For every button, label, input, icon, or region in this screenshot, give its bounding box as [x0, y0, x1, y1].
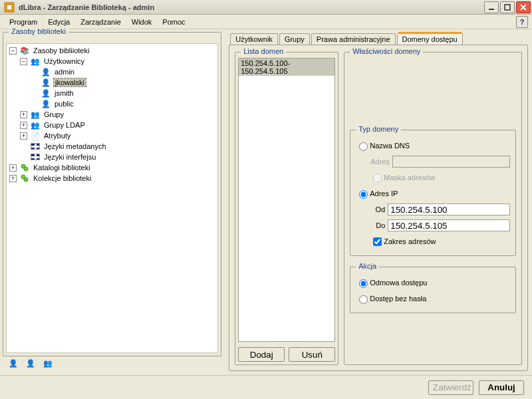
menu-edycja[interactable]: Edycja — [43, 17, 75, 27]
label-maska: Maska adresów — [384, 174, 435, 182]
collapse-icon[interactable]: − — [9, 47, 17, 55]
radio-adres-ip[interactable] — [359, 190, 368, 199]
titlebar: dLibra - Zarządzanie Biblioteką - admin — [0, 0, 532, 15]
tree-root[interactable]: − 📚 Zasoby bibliioteki — [9, 45, 217, 56]
akcja-legend: Akcja — [356, 262, 379, 270]
dodaj-button[interactable]: Dodaj — [238, 347, 285, 362]
usun-button[interactable]: Usuń — [289, 347, 335, 362]
svg-point-9 — [24, 178, 28, 182]
app-icon — [4, 2, 15, 13]
check-zakres[interactable] — [373, 237, 382, 246]
user-icon: 👤 — [41, 77, 51, 88]
menu-program[interactable]: Program — [4, 17, 43, 27]
menu-zarzadzanie[interactable]: Zarządzanie — [75, 17, 126, 27]
label-bez-hasla: Dostęp bez hasła — [370, 295, 426, 303]
tree-label: admin — [53, 68, 76, 76]
left-toolbar: 👤 👤 👥 — [3, 356, 221, 371]
input-do[interactable] — [388, 219, 510, 231]
help-icon[interactable]: ? — [516, 16, 528, 28]
tree-user-jsmith[interactable]: 👤jsmith — [31, 88, 217, 98]
flag-icon — [30, 141, 41, 152]
tree-user-public[interactable]: 👤public — [31, 98, 217, 109]
left-legend: Zasoby biblioteki — [9, 27, 68, 35]
tree-label: public — [53, 100, 75, 108]
user-tool-icon[interactable]: 👤 — [8, 358, 19, 368]
svg-rect-3 — [505, 5, 510, 10]
tree-label: Użytkownicy — [43, 57, 86, 65]
user-icon: 👤 — [41, 66, 51, 77]
label-odmowa: Odmowa dostępu — [370, 279, 427, 287]
window-title: dLibra - Zarządzanie Biblioteką - admin — [17, 3, 483, 11]
wlasciwosci-legend: Właściwości domeny — [350, 47, 423, 55]
tree-grupy-ldap[interactable]: +👥Grupy LDAP — [20, 120, 217, 130]
tab-prawa[interactable]: Prawa administracyjne — [311, 33, 396, 45]
maximize-button[interactable] — [500, 1, 515, 13]
radio-odmowa[interactable] — [359, 279, 368, 288]
label-do: Do — [370, 221, 385, 229]
groups-ldap-icon: 👥 — [30, 120, 41, 130]
flag-icon — [30, 152, 41, 162]
collections-icon — [19, 173, 30, 184]
tree-label: Zasoby bibliioteki — [32, 47, 90, 55]
tab-uzytkownik[interactable]: Użytkownik — [230, 33, 278, 45]
wlasciwosci-panel: Właściwości domeny Typ domeny Nazwa DNS … — [344, 52, 522, 365]
tab-domeny[interactable]: Domeny dostępu — [397, 33, 463, 45]
tree-katalogi[interactable]: +Katalogi biblioteki — [9, 162, 217, 173]
typ-legend: Typ domeny — [356, 125, 401, 133]
user-add-icon[interactable]: 👤 — [25, 358, 36, 368]
close-button[interactable] — [516, 1, 531, 13]
minimize-button[interactable] — [484, 1, 499, 13]
tree-kolekcje[interactable]: +Kolekcje biblioteki — [9, 173, 217, 184]
label-nazwa-dns: Nazwa DNS — [370, 142, 410, 150]
tree-view[interactable]: − 📚 Zasoby bibliioteki − 👥 Użytkownicy — [6, 43, 218, 353]
catalogs-icon — [19, 162, 30, 173]
radio-bez-hasla[interactable] — [359, 295, 368, 304]
resources-icon: 📚 — [19, 45, 30, 56]
tree-grupy[interactable]: +👥Grupy — [20, 109, 217, 120]
lista-item[interactable]: 150.254.5.100-150.254.5.105 — [239, 59, 334, 76]
svg-rect-1 — [7, 5, 12, 10]
tree-label: jsmith — [53, 89, 75, 97]
lista-domen-panel: Lista domen 150.254.5.100-150.254.5.105 … — [235, 52, 338, 365]
tree-user-jkowalski[interactable]: 👤jkowalski — [31, 77, 217, 88]
right-pane: Użytkownik Grupy Prawa administracyjne D… — [225, 32, 529, 371]
tree-user-admin[interactable]: 👤admin — [31, 66, 217, 77]
user-icon: 👤 — [41, 88, 51, 98]
tab-grupy[interactable]: Grupy — [279, 33, 310, 45]
svg-point-7 — [24, 167, 28, 171]
tree-label: jkowalski — [53, 78, 86, 87]
left-pane: Zasoby biblioteki − 📚 Zasoby bibliioteki — [3, 32, 221, 371]
check-maska — [373, 174, 382, 182]
bottom-bar: Zatwierdź Anuluj — [0, 375, 532, 399]
users-tool-icon[interactable]: 👥 — [43, 358, 53, 368]
main-area: Zasoby biblioteki − 📚 Zasoby bibliioteki — [0, 29, 532, 374]
menu-pomoc[interactable]: Pomoc — [157, 17, 190, 27]
label-adres-ip: Adres IP — [370, 190, 398, 198]
tabstrip: Użytkownik Grupy Prawa administracyjne D… — [227, 32, 529, 45]
zatwierdz-button[interactable]: Zatwierdź — [428, 380, 473, 395]
label-od: Od — [370, 205, 385, 213]
menu-widok[interactable]: Widok — [126, 17, 158, 27]
input-od[interactable] — [388, 203, 510, 215]
lista-domen-list[interactable]: 150.254.5.100-150.254.5.105 — [238, 58, 335, 342]
collapse-icon[interactable]: − — [20, 58, 27, 65]
users-icon: 👥 — [30, 56, 41, 66]
tree-users[interactable]: − 👥 Użytkownicy — [20, 56, 217, 66]
attributes-icon: 📄 — [30, 130, 41, 141]
label-zakres: Zakres adresów — [384, 237, 436, 245]
tree-atrybuty[interactable]: +📄Atrybuty — [20, 130, 217, 141]
tab-content-domeny: Lista domen 150.254.5.100-150.254.5.105 … — [229, 45, 528, 371]
akcja-panel: Akcja Odmowa dostępu Dostęp bez hasła — [350, 267, 516, 313]
input-adres — [392, 156, 510, 168]
label-adres: Adres — [370, 158, 390, 166]
radio-nazwa-dns[interactable] — [359, 142, 368, 151]
lista-legend: Lista domen — [241, 47, 286, 55]
groups-icon: 👥 — [30, 109, 41, 120]
menubar: Program Edycja Zarządzanie Widok Pomoc ? — [0, 15, 532, 29]
typ-domeny-panel: Typ domeny Nazwa DNS Adres Maska adresów — [350, 130, 516, 256]
tree-jezyki-ui[interactable]: Języki interfejsu — [20, 152, 217, 162]
tree-jezyki-meta[interactable]: Języki metadanych — [20, 141, 217, 152]
user-icon: 👤 — [41, 98, 51, 109]
anuluj-button[interactable]: Anuluj — [479, 380, 524, 395]
